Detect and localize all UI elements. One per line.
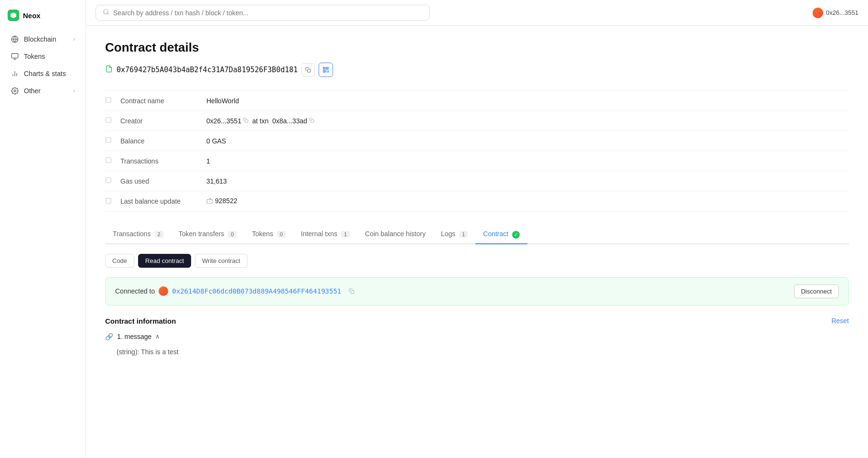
contract-info-section: Contract information Reset [105,317,849,325]
svg-rect-29 [106,158,111,163]
contract-verified-icon: ✓ [512,231,520,239]
qr-code-button[interactable] [319,63,333,77]
details-row-transactions: Transactions 1 [105,151,849,171]
block-icon [206,197,213,204]
tab-token-transfers[interactable]: Token transfers 0 [171,225,245,244]
details-table: Contract name HelloWorld Creator 0x26...… [105,90,849,212]
user-badge[interactable]: 0x26...3551 [813,8,858,18]
chevron-right-icon: › [73,36,75,43]
method-label: 1. message [117,333,151,340]
sidebar-item-charts-label: Charts & stats [24,70,66,77]
reset-button[interactable]: Reset [831,317,849,325]
sidebar-item-blockchain[interactable]: Blockchain › [3,31,83,48]
tab-logs-label: Logs [441,230,455,238]
method-name: message [125,333,152,340]
logo-text: Neox [23,11,41,20]
transactions-value: 1 [206,157,210,165]
tab-transactions[interactable]: Transactions 2 [105,225,171,244]
sidebar: Neox Blockchain › Tokens Charts & stats [0,0,86,458]
tab-coin-balance-history[interactable]: Coin balance history [357,225,433,244]
row-icon-last-balance [105,197,115,206]
avatar [813,8,823,18]
txn-address-link[interactable]: 0x8a...33ad [272,117,307,125]
svg-marker-0 [11,12,16,18]
logo: Neox [0,6,86,31]
contract-address-text: 0x769427b5A043b4aB2f4c31A7Da819526F3B0d1… [117,65,298,74]
chevron-right-icon-other: › [73,87,75,94]
svg-rect-28 [106,138,111,143]
sub-tab-code[interactable]: Code [105,254,134,268]
row-icon-balance [105,137,115,145]
tabs: Transactions 2 Token transfers 0 Tokens … [105,225,849,244]
disconnect-button[interactable]: Disconnect [794,284,839,298]
method-result: (string): This is a test [105,346,849,358]
connected-to-label: Connected to [115,287,155,295]
row-icon-creator [105,117,115,125]
tab-internal-txns-label: Internal txns [301,230,337,238]
svg-rect-30 [106,178,111,183]
copy-connected-address-button[interactable] [345,284,358,298]
search-icon [103,9,109,17]
contract-name-label: Contract name [120,97,206,105]
tab-contract[interactable]: Contract ✓ [475,225,527,244]
copy-creator-icon[interactable] [243,118,248,124]
svg-rect-25 [106,118,111,123]
last-balance-label: Last balance update [120,197,206,205]
sidebar-item-other[interactable]: Other › [3,82,83,99]
contract-address-row: 0x769427b5A043b4aB2f4c31A7Da819526F3B0d1… [105,63,849,77]
tab-tokens-badge: 0 [277,231,286,238]
link-icon: 🔗 [105,333,113,340]
gear-icon [11,87,19,95]
creator-address-link[interactable]: 0x26...3551 [206,117,241,125]
user-address: 0x26...3551 [826,9,858,16]
sidebar-item-blockchain-label: Blockchain [24,35,56,43]
tab-token-transfers-badge: 0 [228,231,236,238]
sidebar-item-charts[interactable]: Charts & stats [3,65,83,82]
row-icon-txns [105,157,115,165]
tab-logs[interactable]: Logs 1 [433,225,475,244]
connected-address[interactable]: 0x2614D8Fc06dcd0B073d889A498546FF4641935… [172,287,341,295]
tab-logs-badge: 1 [459,231,468,238]
tab-tokens-label: Tokens [252,230,273,238]
sub-tab-write-contract[interactable]: Write contract [195,254,247,268]
gas-value: 31,613 [206,177,227,185]
details-row-contract-name: Contract name HelloWorld [105,90,849,111]
transactions-label: Transactions [120,157,206,165]
creator-label: Creator [120,117,206,125]
balance-value: 0 GAS [206,137,226,145]
method-row[interactable]: 🔗 1. message ∧ [105,333,849,340]
tab-internal-txns-badge: 1 [341,231,350,238]
tab-transactions-badge: 2 [155,231,163,238]
sidebar-item-tokens-label: Tokens [24,53,45,60]
creator-value: 0x26...3551 at txn 0x8a...33ad [206,117,314,125]
connected-avatar [159,286,168,296]
content-area: Contract details 0x769427b5A043b4aB2f4c3… [86,26,868,458]
search-input[interactable] [113,9,423,17]
sub-tab-read-contract[interactable]: Read contract [138,254,191,268]
sidebar-item-other-label: Other [24,87,41,95]
svg-line-11 [107,13,109,15]
contract-info-title: Contract information [105,317,176,325]
contract-file-icon [105,65,113,75]
sidebar-item-tokens[interactable]: Tokens [3,48,83,65]
method-number: 1 [117,333,121,340]
method-chevron-icon: ∧ [155,333,160,340]
gas-label: Gas used [120,177,206,185]
tab-tokens[interactable]: Tokens 0 [244,225,293,244]
connected-banner: Connected to 0x2614D8Fc06dcd0B073d889A49… [105,277,849,305]
details-row-creator: Creator 0x26...3551 at txn 0x8a...33ad [105,111,849,131]
search-bar[interactable] [96,5,430,21]
copy-txn-icon[interactable] [309,118,314,124]
sub-tab-write-label: Write contract [202,257,240,264]
tab-internal-txns[interactable]: Internal txns 1 [293,225,357,244]
svg-rect-24 [106,98,111,103]
main-content: 0x26...3551 Contract details 0x769427b5A… [86,0,868,458]
contract-name-value: HelloWorld [206,97,239,105]
svg-rect-26 [245,120,248,122]
block-number-link[interactable]: 928522 [215,197,237,205]
last-balance-value: 928522 [206,197,237,206]
copy-address-button[interactable] [301,63,315,76]
sub-tabs: Code Read contract Write contract [105,254,849,268]
row-icon-gas [105,177,115,185]
sub-tab-code-label: Code [112,257,127,264]
